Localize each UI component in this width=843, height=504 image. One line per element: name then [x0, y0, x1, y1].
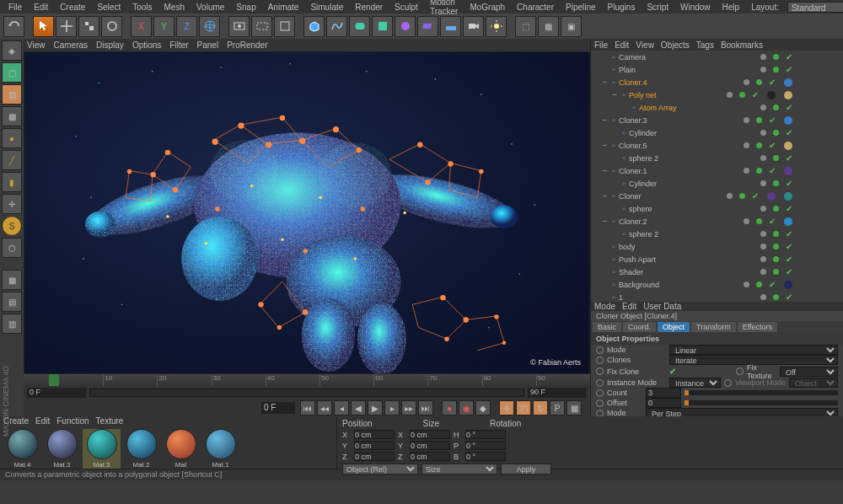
viewmenu-filter[interactable]: Filter: [169, 40, 188, 50]
matmenu-texture[interactable]: Texture: [96, 416, 124, 426]
render-region-button[interactable]: [251, 16, 272, 37]
rotate-tool[interactable]: [101, 16, 122, 37]
play-button[interactable]: ▶: [368, 400, 383, 416]
offset-field[interactable]: [646, 398, 681, 408]
coord-system-button[interactable]: [199, 16, 220, 37]
keyframe-sel-button[interactable]: ◆: [475, 400, 491, 416]
menu-create[interactable]: Create: [55, 2, 90, 13]
next-key-button[interactable]: ▸▸: [401, 400, 416, 416]
menu-help[interactable]: Help: [717, 2, 745, 13]
tree-row-cloner-2[interactable]: −▫Cloner.2✔: [591, 215, 843, 228]
z-axis-lock[interactable]: Z: [176, 16, 197, 37]
instmode-select[interactable]: Instance: [669, 378, 721, 388]
pos-y-field[interactable]: [354, 441, 395, 450]
null-button[interactable]: [303, 16, 325, 37]
viewmenu-panel[interactable]: Panel: [197, 40, 219, 50]
prev-key-button[interactable]: ◂◂: [317, 400, 332, 416]
material-mat-3[interactable]: Mat.3: [83, 429, 121, 469]
tree-row-body[interactable]: ▫body✔: [591, 240, 843, 253]
locked-workplane-button[interactable]: ▤: [2, 292, 22, 312]
play-back-button[interactable]: ◀: [351, 400, 366, 416]
viewmenu-display[interactable]: Display: [96, 40, 124, 50]
tree-row-cloner-5[interactable]: −▫Cloner.5✔: [591, 139, 843, 152]
poly-mode-button[interactable]: ▮: [2, 172, 22, 192]
viewmode-select[interactable]: Object: [789, 378, 838, 388]
scale-tool[interactable]: [78, 16, 99, 37]
range-slider[interactable]: [89, 389, 524, 397]
menu-select[interactable]: Select: [92, 2, 126, 13]
tab-object[interactable]: Object: [658, 322, 690, 332]
fixtex-select[interactable]: Off: [780, 367, 838, 377]
apply-button[interactable]: Apply: [501, 464, 551, 475]
rot-p-field[interactable]: [465, 441, 506, 450]
rot-h-field[interactable]: [465, 430, 506, 439]
layout-select[interactable]: Standard: [787, 2, 843, 13]
timeline-ruler[interactable]: 0102030405060708090: [24, 374, 590, 386]
menu-snap[interactable]: Snap: [231, 2, 260, 13]
volume-build-button[interactable]: ▦: [538, 16, 559, 37]
tree-row-poly-net[interactable]: −▫Poly net✔: [591, 88, 843, 101]
menu-character[interactable]: Character: [512, 2, 559, 13]
viewmenu-options[interactable]: Options: [132, 40, 161, 50]
menu-mograph[interactable]: MoGraph: [464, 2, 510, 13]
tree-row-plain[interactable]: ▫Plain✔: [591, 63, 843, 76]
count-field[interactable]: [646, 388, 681, 398]
make-editable-button[interactable]: ◈: [2, 40, 22, 61]
menu-window[interactable]: Window: [675, 2, 716, 13]
model-mode-button[interactable]: ▢: [2, 62, 22, 83]
objmenu-objects[interactable]: Objects: [661, 40, 690, 50]
attrmenu-edit[interactable]: Edit: [622, 302, 636, 311]
tree-row-sphere[interactable]: ▫sphere✔: [591, 202, 843, 215]
rot-key-button[interactable]: ↻: [533, 400, 548, 416]
live-select-tool[interactable]: [33, 16, 54, 37]
material-list[interactable]: Mat.4Mat.3Mat.3Mat.2MatMat.1: [0, 426, 336, 472]
material-mat-2[interactable]: Mat.2: [122, 429, 160, 469]
viewmenu-cameras[interactable]: Cameras: [54, 40, 89, 50]
generator2-button[interactable]: [372, 16, 393, 37]
snap-toggle-button[interactable]: ⬡: [2, 238, 22, 258]
environment-button[interactable]: [440, 16, 461, 37]
edge-mode-button[interactable]: ╱: [2, 150, 22, 170]
attrmenu-user-data[interactable]: User Data: [643, 302, 681, 311]
object-tree[interactable]: ▫Camera✔▫Plain✔−▫Cloner.4✔−▫Poly net✔▫At…: [591, 51, 843, 302]
objmenu-bookmarks[interactable]: Bookmarks: [721, 40, 763, 50]
menu-tools[interactable]: Tools: [127, 2, 157, 13]
mode-select[interactable]: Linear: [669, 345, 838, 355]
menu-mesh[interactable]: Mesh: [159, 2, 190, 13]
objmenu-file[interactable]: File: [594, 40, 608, 50]
material-mat-1[interactable]: Mat.1: [201, 429, 239, 469]
count-slider[interactable]: [685, 390, 838, 395]
objmenu-edit[interactable]: Edit: [615, 40, 629, 50]
size-y-field[interactable]: [410, 441, 450, 450]
range-start-field[interactable]: 0 F: [27, 388, 86, 398]
tab-effectors[interactable]: Effectors: [738, 322, 777, 332]
volume-mesh-button[interactable]: ▣: [561, 16, 582, 37]
volume-tools-button[interactable]: ⬚: [515, 16, 536, 37]
size-x-field[interactable]: [410, 430, 450, 439]
material-mat-3[interactable]: Mat.3: [43, 429, 81, 469]
x-axis-lock[interactable]: X: [131, 16, 152, 37]
menu-pipeline[interactable]: Pipeline: [561, 2, 601, 13]
scale-key-button[interactable]: ◰: [516, 400, 531, 416]
tree-row-background[interactable]: ▫Background✔: [591, 278, 843, 291]
tree-row-cloner-4[interactable]: −▫Cloner.4✔: [591, 76, 843, 88]
viewport-solo-button[interactable]: S: [2, 216, 22, 236]
prev-frame-button[interactable]: ◂: [334, 400, 349, 416]
size-z-field[interactable]: [410, 452, 450, 461]
tree-row-cloner-1[interactable]: −▫Cloner.1✔: [591, 164, 843, 177]
deformer-button[interactable]: [417, 16, 438, 37]
attrmenu-mode[interactable]: Mode: [594, 302, 615, 311]
objmenu-view[interactable]: View: [636, 40, 654, 50]
y-axis-lock[interactable]: Y: [153, 16, 175, 37]
viewport-perspective[interactable]: © Fabian Aerts: [24, 51, 590, 374]
goto-end-button[interactable]: ⏭: [418, 400, 433, 416]
tree-row-cloner-3[interactable]: −▫Cloner.3✔: [591, 114, 843, 126]
current-frame-field[interactable]: 0 F: [261, 402, 295, 414]
point-mode-button[interactable]: ●: [2, 128, 22, 148]
pos-key-button[interactable]: ✛: [499, 400, 514, 416]
workplane-button[interactable]: ▦: [2, 106, 22, 126]
render-view-button[interactable]: [228, 16, 250, 37]
coord-space-select[interactable]: Object (Rel): [342, 464, 418, 475]
menu-script[interactable]: Script: [642, 2, 674, 13]
offset-slider[interactable]: [685, 400, 838, 405]
